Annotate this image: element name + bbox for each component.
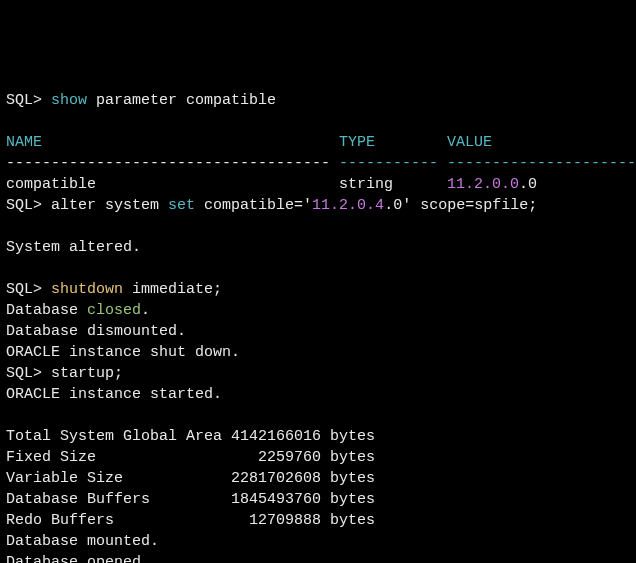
prompt-text: SQL> — [6, 92, 51, 109]
dash-name: ------------------------------------ — [6, 155, 339, 172]
prompt-text: SQL> — [6, 197, 51, 214]
row-type: string — [339, 176, 447, 193]
sql-prompt[interactable]: SQL> shutdown immediate; — [6, 281, 222, 298]
col-header-type: TYPE — [339, 134, 447, 151]
cmd-rest: parameter compatible — [87, 92, 276, 109]
keyword-set: set — [168, 197, 195, 214]
status-line-part: . — [141, 302, 150, 319]
row-value-rest: .0 — [519, 176, 537, 193]
keyword-shutdown: shutdown — [51, 281, 123, 298]
col-header-name: NAME — [6, 134, 339, 151]
cmd-text: alter system — [51, 197, 168, 214]
cmd-text: scope=spfile; — [411, 197, 537, 214]
memory-line: Redo Buffers 12709888 bytes — [6, 512, 375, 529]
status-line: ORACLE instance started. — [6, 386, 222, 403]
memory-line: Variable Size 2281702608 bytes — [6, 470, 375, 487]
quote: ' — [402, 197, 411, 214]
keyword-closed: closed — [87, 302, 141, 319]
terminal-output: SQL> show parameter compatible NAME TYPE… — [6, 90, 630, 563]
keyword-show: show — [51, 92, 87, 109]
row-value: 11.2.0.0 — [447, 176, 519, 193]
status-line: Database opened. — [6, 554, 150, 563]
row-name: compatible — [6, 176, 339, 193]
prompt-text: SQL> — [6, 365, 51, 382]
status-line: ORACLE instance shut down. — [6, 344, 240, 361]
value-literal: 11.2.0.4 — [312, 197, 384, 214]
cmd-text: immediate; — [123, 281, 222, 298]
status-line: System altered. — [6, 239, 141, 256]
memory-line: Fixed Size 2259760 bytes — [6, 449, 375, 466]
sql-prompt[interactable]: SQL> show parameter compatible — [6, 92, 276, 109]
sql-prompt[interactable]: SQL> startup; — [6, 365, 123, 382]
cmd-text: compatible= — [195, 197, 303, 214]
prompt-text: SQL> — [6, 281, 51, 298]
cmd-text: startup; — [51, 365, 123, 382]
sql-prompt[interactable]: SQL> alter system set compatible='11.2.0… — [6, 197, 537, 214]
status-line: Database mounted. — [6, 533, 159, 550]
quote: ' — [303, 197, 312, 214]
memory-line: Total System Global Area 4142166016 byte… — [6, 428, 375, 445]
dash-value: ------------------------------ — [447, 155, 636, 172]
memory-line: Database Buffers 1845493760 bytes — [6, 491, 375, 508]
col-header-value: VALUE — [447, 134, 492, 151]
value-literal-rest: .0 — [384, 197, 402, 214]
status-line: Database dismounted. — [6, 323, 186, 340]
status-line-part: Database — [6, 302, 87, 319]
dash-type: ----------- — [339, 155, 447, 172]
